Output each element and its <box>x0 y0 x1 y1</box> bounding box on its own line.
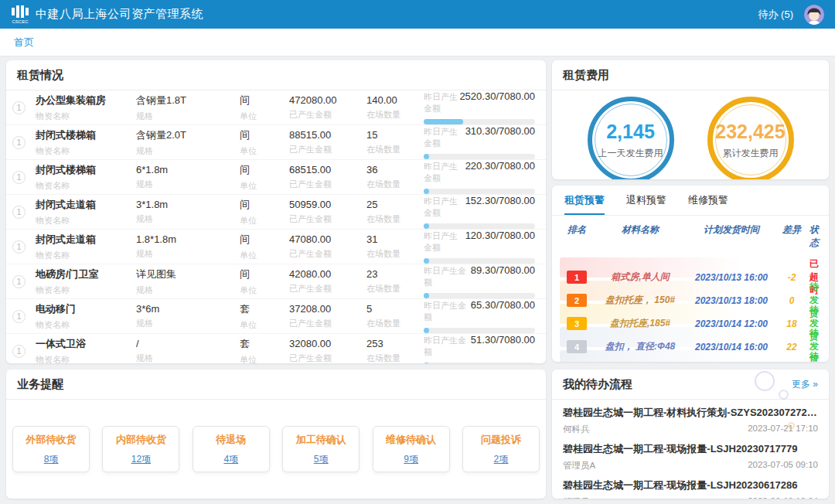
cell-label: 已产生金额 <box>289 318 366 329</box>
cell-value: 6*1.8m <box>136 164 240 175</box>
reminder-count-link[interactable]: 9项 <box>404 453 418 466</box>
breadcrumb-home-link[interactable]: 首页 <box>14 36 34 49</box>
cell-value: 间 <box>240 198 289 212</box>
yesterday-value: 2520.30/7080.00 <box>459 90 535 102</box>
cell-label: 已产生金额 <box>289 179 366 190</box>
todo-item-title[interactable]: 碧桂园生态城一期工程-材料执行策划-SZYS2023072725ssssssss… <box>563 406 818 420</box>
todo-item-title[interactable]: 碧桂园生态城一期工程-现场报量-LSJH20230717779 <box>563 442 818 456</box>
reminder-card[interactable]: 维修待确认9项 <box>373 426 450 472</box>
todo-item-user: 管理员A <box>563 496 595 499</box>
warnings-panel: 租赁预警 退料预警 维修预警 排名 材料名称 计划发货时间 差异 状态 1箱式房… <box>552 186 829 362</box>
total-cost-value: 232,425 <box>715 121 785 143</box>
reminder-card[interactable]: 待退场4项 <box>193 426 270 472</box>
cell-label: 规格 <box>136 284 240 296</box>
cell-label: 已产生金额 <box>289 248 366 260</box>
rental-cell-unit: 间单位 <box>240 163 289 192</box>
cell-label: 单位 <box>240 111 289 122</box>
yesterday-label: 昨日产生金额 <box>424 126 465 149</box>
rental-row: 1办公型集装箱房物资名称含钢量1.8T规格间单位472080.00已产生金额14… <box>6 90 546 125</box>
todo-item[interactable]: 碧桂园生态城一期工程-材料执行策划-SZYS2023072725ssssssss… <box>563 406 818 435</box>
rental-cell-unit: 间单位 <box>240 94 289 122</box>
more-link[interactable]: 更多 » <box>792 378 818 391</box>
rental-cell-spec: 含钢量2.0T规格 <box>136 128 240 157</box>
cell-value: 3*6m <box>136 303 240 315</box>
todo-items-list: 碧桂园生态城一期工程-材料执行策划-SZYS2023072725ssssssss… <box>552 400 829 499</box>
yesterday-label: 昨日产生金额 <box>424 265 471 288</box>
yesterday-label: 昨日产生金额 <box>424 196 465 219</box>
rental-cell-name: 办公型集装箱房物资名称 <box>36 94 136 122</box>
yesterday-progress-bar <box>424 258 535 264</box>
rental-cell-unit: 套单位 <box>240 302 289 331</box>
tab-rental-warning[interactable]: 租赁预警 <box>564 193 605 215</box>
yesterday-label: 昨日产生金额 <box>424 161 465 184</box>
todo-item-title[interactable]: 碧桂园生态城一期工程-现场报量-LSJH20230617286 <box>563 478 818 492</box>
row-index-badge: 1 <box>12 275 26 288</box>
cell-label: 已产生金额 <box>289 144 366 155</box>
breadcrumb: 首页 <box>0 29 835 56</box>
reminder-card[interactable]: 问题投诉2项 <box>462 426 540 472</box>
reminder-count-link[interactable]: 2项 <box>494 453 509 466</box>
progress-fill <box>424 189 429 194</box>
cell-value: 47080.00 <box>289 233 366 245</box>
yesterday-progress-bar <box>424 189 535 194</box>
yesterday-label: 昨日产生金额 <box>424 300 471 323</box>
progress-fill <box>424 154 429 159</box>
progress-fill <box>424 119 463 124</box>
cell-value: 140.00 <box>366 94 421 106</box>
progress-fill <box>424 328 429 333</box>
user-avatar[interactable] <box>804 5 824 25</box>
reminder-count-link[interactable]: 12项 <box>131 453 151 466</box>
todo-count-button[interactable]: 待办 (5) <box>758 8 794 22</box>
rental-cell-spec: 含钢量1.8T规格 <box>136 94 240 122</box>
reminder-count-link[interactable]: 5项 <box>314 453 329 466</box>
reminder-card[interactable]: 加工待确认5项 <box>282 426 360 472</box>
reminder-count-link[interactable]: 4项 <box>223 453 238 466</box>
col-material: 材料名称 <box>594 223 687 250</box>
rental-status-panel: 租赁情况 1办公型集装箱房物资名称含钢量1.8T规格间单位472080.00已产… <box>6 60 546 363</box>
cell-value: 封闭式楼梯箱 <box>36 128 136 142</box>
cell-value: 间 <box>240 233 289 247</box>
todo-item-time: 2023-06-16 10:04 <box>748 496 818 499</box>
todo-item-user: 何科兵 <box>563 424 590 435</box>
business-reminders-panel: 业务提醒 外部待收货8项内部待收货12项待退场4项加工待确认5项维修待确认9项问… <box>6 369 546 499</box>
yesterday-value: 310.30/7080.00 <box>465 125 535 137</box>
cell-label: 在场数量 <box>366 352 421 363</box>
cell-label: 单位 <box>240 354 289 364</box>
rental-cell-amount: 42080.00已产生金额 <box>289 268 366 295</box>
col-rank: 排名 <box>560 223 594 250</box>
cell-label: 单位 <box>240 215 289 226</box>
todo-flows-panel: 我的待办流程 更多 » 碧桂园生态城一期工程-材料执行策划-SZYS202307… <box>552 369 829 499</box>
cell-value: 详见图集 <box>136 267 240 281</box>
rental-cell-name: 封闭式楼梯箱物资名称 <box>36 163 136 192</box>
reminder-count-link[interactable]: 8项 <box>44 453 59 466</box>
cell-value: 办公型集装箱房 <box>36 94 136 107</box>
cell-value: 套 <box>240 302 289 316</box>
tab-repair-warning[interactable]: 维修预警 <box>688 193 728 215</box>
reminder-card-label: 外部待收货 <box>26 433 77 447</box>
rental-row: 1封闭式走道箱物资名称3*1.8m规格间单位50959.00已产生金额25在场数… <box>6 195 546 230</box>
cell-label: 单位 <box>240 319 289 331</box>
todo-item[interactable]: 碧桂园生态城一期工程-现场报量-LSJH20230717779管理员A2023-… <box>563 442 818 472</box>
cell-value: 15 <box>366 129 421 141</box>
diff-value: 22 <box>776 342 807 352</box>
reminder-card[interactable]: 外部待收货8项 <box>12 426 90 472</box>
reminder-card-label: 维修待确认 <box>386 433 436 447</box>
reminder-card[interactable]: 内部待收货12项 <box>102 426 179 472</box>
yesterday-progress-bar <box>424 328 535 333</box>
material-name: 箱式房,单人间 <box>594 271 687 284</box>
cell-value: 31 <box>366 233 421 245</box>
cell-label: 在场数量 <box>366 283 421 295</box>
yesterday-progress-bar <box>424 119 535 124</box>
cell-value: 23 <box>366 268 421 280</box>
cell-value: 42080.00 <box>289 268 366 280</box>
cell-value: 25 <box>366 199 421 210</box>
tab-return-warning[interactable]: 退料预警 <box>626 193 666 215</box>
rental-cell-unit: 间单位 <box>240 128 289 157</box>
progress-fill <box>424 223 429 229</box>
rank-badge: 1 <box>567 271 587 284</box>
rental-cell-unit: 间单位 <box>240 233 289 261</box>
rental-row: 1封闭式走道箱物资名称1.8*1.8m规格间单位47080.00已产生金额31在… <box>6 230 546 264</box>
yesterday-cost-circle: 2,145 上一天发生费用 <box>588 97 674 179</box>
cell-value: 间 <box>240 267 289 281</box>
todo-item[interactable]: 碧桂园生态城一期工程-现场报量-LSJH20230617286管理员A2023-… <box>563 478 818 499</box>
